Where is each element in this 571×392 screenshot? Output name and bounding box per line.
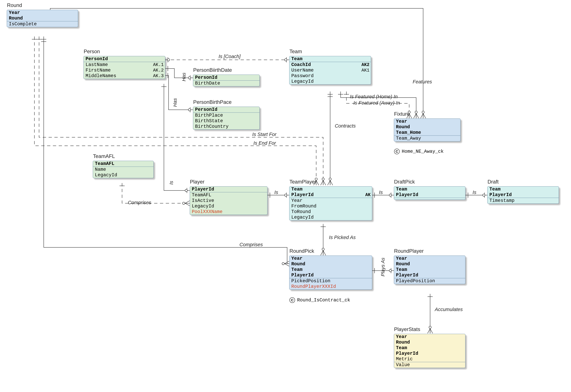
entity-title-round: Round	[7, 2, 22, 8]
pbd-attr-personid: PersonId	[193, 75, 260, 80]
rel-features: Features	[413, 79, 432, 84]
pbd-attr-birthdate: BirthDate	[193, 81, 260, 86]
rel-is-start-for: Is Start For	[252, 132, 277, 137]
entity-title-draftpick: DraftPick	[394, 179, 415, 185]
pbp-attr-birthplace: BirthPlace	[193, 113, 260, 118]
ps-attr-year: Year	[394, 334, 465, 340]
constraint-home-ne-away: C Home_NE_Away_ck	[394, 149, 444, 154]
entity-fixture: Year Round Team_Home Team_Away	[394, 118, 461, 141]
rel-has-birthdate: Has	[181, 73, 187, 81]
rel-is-tp: Is	[274, 190, 278, 195]
player-attr-teamafl: TeamAFL	[190, 192, 267, 198]
dp-attr-team: Team	[394, 186, 465, 192]
entity-player: PlayerId TeamAFL IsActive LegacyId PoolX…	[190, 186, 267, 215]
rel-is-end-for: Is End For	[253, 140, 276, 146]
entity-team: Team CoachIdAK2 UserNameAK1 Password Leg…	[289, 56, 371, 84]
draft-attr-team: Team	[487, 186, 559, 192]
round-attr-round: Round	[7, 15, 78, 21]
entity-roundplayer: Year Round Team PlayerId PlayedPosition	[394, 255, 466, 284]
person-attr-middlenames: MiddleNamesAK.3	[84, 73, 165, 79]
tp-attr-toround: ToRound	[290, 209, 372, 215]
rp-attr-team: Team	[290, 267, 372, 272]
rpl-attr-team: Team	[394, 267, 465, 272]
ps-attr-value: Value	[394, 362, 465, 368]
rpl-attr-playedposition: PlayedPosition	[394, 278, 465, 284]
pbp-attr-personid: PersonId	[193, 107, 260, 112]
round-attr-iscomplete: IsComplete	[7, 21, 78, 27]
entity-person: PersonId LastNameAK.1 FirstNameAK.2 Midd…	[84, 56, 165, 79]
entity-playerstats: Year Round Team PlayerId Metric Value	[394, 334, 466, 368]
rpl-attr-playerid: PlayerId	[394, 272, 465, 278]
tp-attr-fromround: FromRound	[290, 204, 372, 209]
entity-roundpick: Year Round Team PlayerId PickedPosition …	[289, 255, 372, 290]
entity-teamafl: TeamAFL Name LegacyId	[93, 161, 154, 178]
person-attr-lastname: LastNameAK.1	[84, 62, 165, 68]
rel-contracts: Contracts	[335, 123, 356, 129]
rel-comprises-round: Comprises	[239, 242, 263, 247]
player-attr-poolxxxname: PoolXXXName	[190, 209, 267, 215]
entity-title-personbirthplace: PersonBirthPace	[193, 99, 232, 105]
entity-title-playerstats: PlayerStats	[394, 326, 420, 332]
entity-draft: Team PlayerId Timestamp	[487, 186, 559, 204]
fixture-attr-round: Round	[394, 124, 460, 130]
entity-title-personbirthdate: PersonBiirthDate	[193, 67, 232, 73]
rel-accumulates: Accumulates	[435, 307, 463, 312]
rp-attr-pickedposition: PickedPosition	[290, 278, 372, 284]
round-attr-year: Year	[7, 10, 78, 15]
teamafl-attr-name: Name	[93, 167, 153, 172]
ps-attr-metric: Metric	[394, 356, 465, 362]
rel-featured-home: Is Featured (Home) In	[350, 94, 398, 99]
team-attr-team: Team	[290, 56, 371, 62]
ps-attr-round: Round	[394, 340, 465, 345]
rel-has-birthplace: Has	[172, 98, 178, 107]
entity-title-roundpick: RoundPick	[290, 248, 314, 254]
team-attr-username: UserNameAK1	[290, 68, 371, 73]
rel-is-picked-as: Is Picked As	[329, 235, 356, 240]
rel-plays-as: Plays As	[380, 258, 386, 276]
fixture-attr-teamaway: Team_Away	[394, 136, 460, 141]
rel-comprises-afl: Comprises	[128, 200, 151, 205]
constraint-round-is-contract: C Round_IsContract_ck	[290, 297, 350, 303]
ps-attr-team: Team	[394, 345, 465, 351]
team-attr-password: Password	[290, 73, 371, 79]
fixture-attr-teamhome: Team_Home	[394, 130, 460, 135]
rp-attr-roundplayerxxxid: RoundPlayerXXXId	[290, 284, 372, 289]
entity-title-fixture: Fixture	[394, 111, 410, 117]
pbp-attr-birthcountry: BirthCountry	[193, 124, 260, 129]
team-attr-coachid: CoachIdAK2	[290, 62, 371, 68]
rp-attr-round: Round	[290, 261, 372, 267]
player-attr-isactive: IsActive	[190, 198, 267, 204]
teamafl-attr-teamafl: TeamAFL	[93, 161, 153, 167]
player-attr-playerid: PlayerId	[190, 186, 267, 192]
pbp-attr-birthstate: BirthState	[193, 118, 260, 124]
teamafl-attr-legacyid: LegacyId	[93, 172, 153, 178]
entity-draftpick: Team PlayerId	[394, 186, 466, 200]
rp-attr-year: Year	[290, 256, 372, 261]
rpl-attr-year: Year	[394, 256, 465, 261]
draft-attr-timestamp: Timestamp	[487, 198, 559, 204]
constraint-icon: C	[394, 149, 400, 154]
entity-title-draft: Draft	[487, 179, 498, 185]
tp-attr-playerid: PlayerIdAK	[290, 192, 372, 198]
person-attr-firstname: FirstNameAK.2	[84, 68, 165, 73]
rel-featured-away: Is Featured (Away) In	[353, 100, 400, 106]
entity-title-roundplayer: RoundPlayer	[394, 248, 424, 254]
entity-title-team: Team	[290, 49, 302, 54]
person-attr-personid: PersonId	[84, 56, 165, 62]
tp-attr-team: Team	[290, 186, 372, 192]
entity-personbirthdate: PersonId BirthDate	[193, 75, 260, 86]
entity-title-teamafl: TeamAFL	[93, 153, 115, 159]
rpl-attr-round: Round	[394, 261, 465, 267]
rel-is-coach: Is [Coach]	[219, 54, 240, 59]
entity-title-teamplayer: TeamPlayer	[290, 179, 316, 185]
rel-is-player: Is	[169, 181, 174, 185]
ps-attr-playerid: PlayerId	[394, 351, 465, 356]
tp-attr-legacyid: LegacyId	[290, 215, 372, 220]
rp-attr-playerid: PlayerId	[290, 272, 372, 278]
entity-personbirthplace: PersonId BirthPlace BirthState BirthCoun…	[193, 107, 260, 130]
fixture-attr-year: Year	[394, 119, 460, 124]
entity-title-person: Person	[84, 49, 100, 54]
entity-round: Year Round IsComplete	[7, 10, 78, 27]
entity-title-player: Player	[190, 179, 205, 185]
rel-is-dp: Is	[379, 190, 383, 195]
